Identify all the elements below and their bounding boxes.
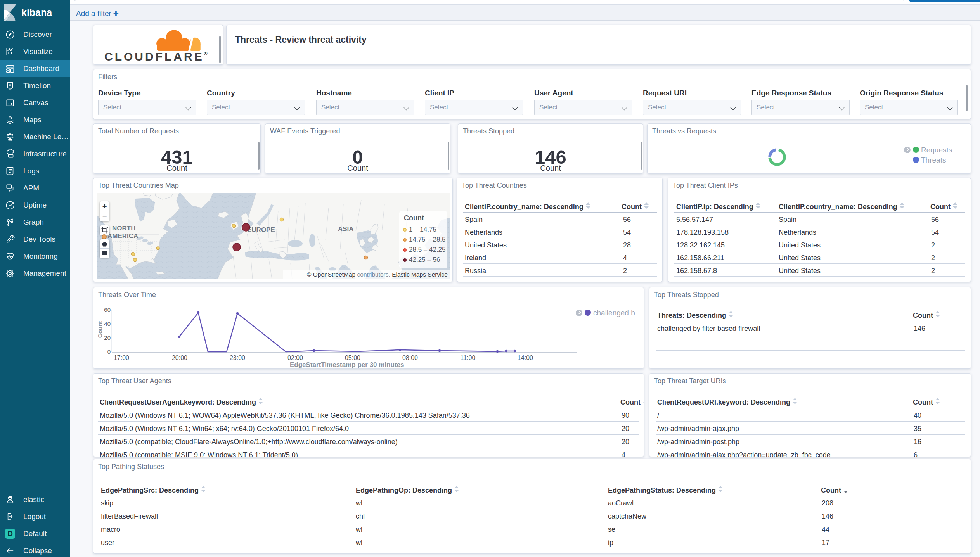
svg-text:ASIA: ASIA bbox=[338, 225, 354, 233]
svg-text:NORTH: NORTH bbox=[112, 225, 135, 232]
svg-text:EUROPE: EUROPE bbox=[247, 226, 275, 234]
svg-text:AMERICA: AMERICA bbox=[107, 232, 138, 240]
